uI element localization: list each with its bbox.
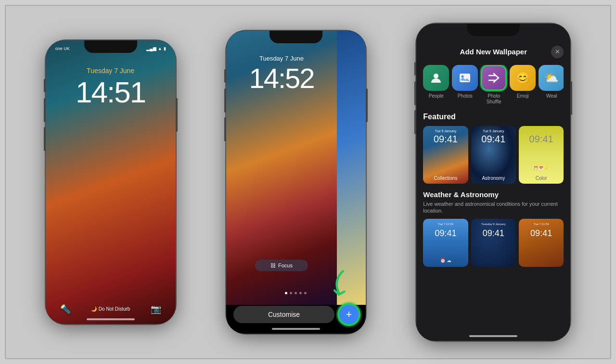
featured-section-title: Featured [423,113,564,121]
feat-time-1: 09:41 [423,134,468,145]
status-icons: ▂▄▆ ▲ ▮ [146,46,166,51]
wtype-shuffle[interactable]: Photo Shuffle [481,65,507,105]
wallpaper-preview-area: Tuesday 7 June 14:52 ⛓ Focus [226,31,366,305]
feat-label-3: Color [519,176,564,181]
phone3-screen: Add New Wallpaper ✕ People [416,24,570,341]
phone2-screen: Tuesday 7 June 14:52 ⛓ Focus [226,31,366,334]
wallpaper-picker: Tuesday 7 June 14:52 ⛓ Focus [226,31,366,334]
phone2-frame: Tuesday 7 June 14:52 ⛓ Focus [226,31,366,334]
wifi-icon: ▲ [158,46,162,51]
wallpaper-date: Tuesday 7 June [226,55,337,62]
dot-2 [290,292,292,294]
phone1-frame: one UK ▂▄▆ ▲ ▮ Tuesday 7 June 14:51 🔦 🌙 … [46,40,176,324]
wtype-emoji[interactable]: 😊 Emoji [510,65,536,105]
feat-label-2: Astronomy [471,176,516,181]
add-wallpaper-sheet: Add New Wallpaper ✕ People [416,38,570,341]
focus-chain-icon: ⛓ [270,263,276,268]
wallpaper-type-row: People Photos [423,65,564,105]
power-button[interactable] [570,81,572,115]
focus-badge: ⛓ Focus [255,260,308,271]
people-icon [423,65,449,91]
sheet-header: Add New Wallpaper ✕ [423,46,564,58]
moon-icon: 🌙 [91,306,97,312]
scene: one UK ▂▄▆ ▲ ▮ Tuesday 7 June 14:51 🔦 🌙 … [5,5,611,359]
home-indicator [469,335,517,337]
weather-item-1[interactable]: Tue 7 21:53 09:41 ⏰ ☁ [423,219,468,267]
wi-time-2: 09:41 [471,228,516,238]
wtype-people[interactable]: People [423,65,449,105]
home-indicator [272,328,320,330]
dot-1 [285,292,287,294]
dot-5 [304,292,307,294]
flashlight-icon[interactable]: 🔦 [60,304,71,314]
dot-4 [299,292,302,294]
carrier-label: one UK [55,46,70,51]
wi-date-2: Tuesday 9 January [471,223,516,226]
next-wallpaper-preview [337,31,366,305]
lockscreen: one UK ▂▄▆ ▲ ▮ Tuesday 7 June 14:51 🔦 🌙 … [46,40,176,324]
dnd-badge: 🌙 Do Not Disturb [91,306,130,312]
dot-3 [295,292,297,294]
svg-point-0 [434,74,438,78]
dnd-label: Do Not Disturb [99,306,130,312]
customise-button[interactable]: Customise [233,306,334,323]
wi-time-1: 09:41 [423,228,468,238]
weather-icon: ⛅ [539,65,564,91]
phone1-screen: one UK ▂▄▆ ▲ ▮ Tuesday 7 June 14:51 🔦 🌙 … [46,40,176,324]
featured-row: Tue 9 January 09:41 Collections Tue 9 Ja… [423,126,564,184]
emoji-icon: 😊 [510,65,536,91]
wi-icons-1: ⏰ ☁ [423,258,468,263]
feat-time-2: 09:41 [471,134,516,145]
wi-date-3: Tue 7 21:53 [519,223,564,226]
sheet-title: Add New Wallpaper [436,48,551,56]
weather-item-3[interactable]: Tue 7 21:53 09:41 [519,219,564,267]
shuffle-icon [481,65,507,91]
wallpaper-bottom-bar: Customise + [226,305,366,324]
page-dots [226,292,366,294]
photos-label: Photos [458,93,473,99]
featured-color[interactable]: 09:41 ⏰📅⚡ Color [519,126,564,184]
phone3-frame: Add New Wallpaper ✕ People [416,24,570,341]
signal-icon: ▂▄▆ [146,46,156,51]
weather-section-desc: Live weather and astronomical conditions… [423,201,564,214]
svg-point-2 [462,75,464,77]
lock-time: 14:51 [46,75,176,109]
notch [467,24,520,36]
featured-astronomy[interactable]: Tue 9 January 09:41 Astronomy [471,126,516,184]
feat-label-1: Collections [423,176,468,181]
notch [270,31,322,43]
feat-date-1: Tue 9 January [423,129,468,133]
emoji-label: Emoji [517,93,529,99]
power-button[interactable] [176,98,178,132]
wtype-photos[interactable]: Photos [452,65,478,105]
weather-section-title: Weather & Astronomy [423,190,564,199]
wtype-weather[interactable]: ⛅ Weal [539,65,564,105]
photos-icon [452,65,478,91]
people-label: People [429,93,444,99]
home-indicator [87,318,135,320]
add-wallpaper-button[interactable]: + [339,305,359,324]
weather-row: Tue 7 21:53 09:41 ⏰ ☁ Tuesday 9 January … [423,219,564,267]
sheet-close-button[interactable]: ✕ [551,46,564,58]
weather-label: Weal [546,93,557,99]
feat-date-2: Tue 9 January [471,129,516,133]
power-button[interactable] [366,88,368,122]
weather-item-2[interactable]: Tuesday 9 January 09:41 [471,219,516,267]
notch [84,40,137,53]
wallpaper-time: 14:52 [226,62,337,94]
wi-time-3: 09:41 [519,228,564,238]
featured-collections[interactable]: Tue 9 January 09:41 Collections [423,126,468,184]
add-wallpaper-screen: Add New Wallpaper ✕ People [416,24,570,341]
current-wallpaper: Tuesday 7 June 14:52 ⛓ Focus [226,31,337,305]
lock-date: Tuesday 7 June [46,67,176,75]
shuffle-label: Photo Shuffle [481,93,507,105]
battery-icon: ▮ [164,46,166,51]
wi-date-1: Tue 7 21:53 [423,223,468,226]
feat-time-3: 09:41 [519,134,564,145]
camera-icon[interactable]: 📷 [151,304,161,314]
lockscreen-bottom: 🔦 🌙 Do Not Disturb 📷 [46,304,176,314]
focus-label: Focus [278,263,293,268]
